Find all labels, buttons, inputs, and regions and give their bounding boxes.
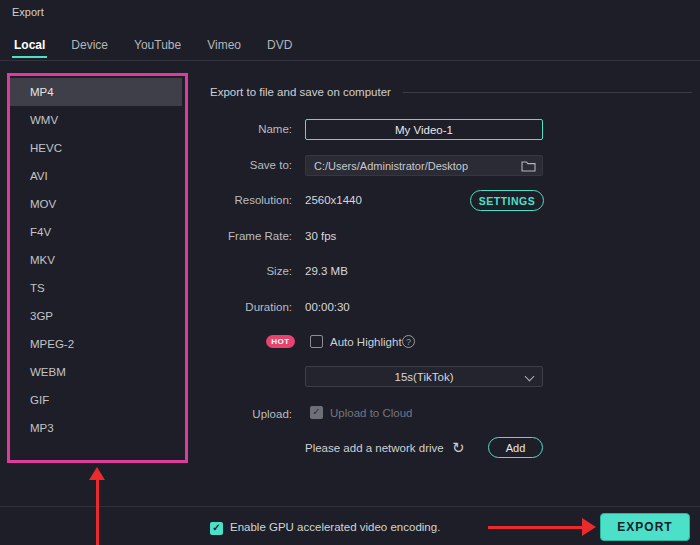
duration-preset-value: 15s(TikTok) [395,371,454,383]
size-value: 29.3 MB [305,261,348,282]
export-dialog: Export Local Device YouTube Vimeo DVD MP… [0,0,700,545]
upload-label: Upload: [210,404,292,425]
section-title: Export to file and save on computer [210,86,391,98]
frame-rate-value: 30 fps [305,226,336,247]
auto-highlight-checkbox[interactable] [310,335,323,348]
format-item-wmv[interactable]: WMV [10,106,182,134]
name-label: Name: [210,119,292,140]
section-rule [403,92,692,93]
export-tabs: Local Device YouTube Vimeo DVD [12,34,294,58]
upload-to-cloud-label: Upload to Cloud [330,406,412,420]
resolution-label: Resolution: [210,190,292,211]
chevron-down-icon [525,372,535,382]
format-item-mov[interactable]: MOV [10,190,182,218]
format-item-hevc[interactable]: HEVC [10,134,182,162]
help-icon[interactable]: ? [402,335,415,348]
save-to-path: C:/Users/Administrator/Desktop [314,160,521,172]
size-label: Size: [210,261,292,282]
auto-highlight-label: Auto Highlight [330,335,402,349]
gpu-encoding-checkbox[interactable]: ✓ [210,522,223,535]
upload-to-cloud-checkbox[interactable]: ✓ [310,406,323,419]
tabs-divider [0,60,700,61]
format-item-3gp[interactable]: 3GP [10,302,182,330]
network-drive-text: Please add a network drive [305,441,444,455]
tab-device[interactable]: Device [69,35,110,58]
hot-badge: HOT [266,335,295,348]
export-button[interactable]: EXPORT [600,513,690,541]
format-list: MP4 WMV HEVC AVI MOV F4V MKV TS 3GP MPEG… [10,78,182,442]
format-item-mkv[interactable]: MKV [10,246,182,274]
save-to-field[interactable]: C:/Users/Administrator/Desktop [305,155,543,176]
tab-vimeo[interactable]: Vimeo [205,35,243,58]
save-to-label: Save to: [210,155,292,176]
tab-youtube[interactable]: YouTube [132,35,183,58]
window-title: Export [12,6,44,18]
format-item-mp4[interactable]: MP4 [10,78,182,106]
duration-label: Duration: [210,297,292,318]
frame-rate-label: Frame Rate: [210,226,292,247]
add-network-drive-button[interactable]: Add [488,437,543,458]
format-item-ts[interactable]: TS [10,274,182,302]
duration-preset-dropdown[interactable]: 15s(TikTok) [305,366,543,387]
format-item-mpeg2[interactable]: MPEG-2 [10,330,182,358]
annotation-arrow-right [488,518,596,536]
format-item-mp3[interactable]: MP3 [10,414,182,442]
name-input[interactable] [305,119,543,140]
gpu-encoding-label: Enable GPU accelerated video encoding. [230,521,440,533]
footer-divider [0,506,700,507]
format-item-webm[interactable]: WEBM [10,358,182,386]
format-item-avi[interactable]: AVI [10,162,182,190]
refresh-icon[interactable]: ↻ [452,437,465,458]
tab-local[interactable]: Local [12,35,47,58]
format-item-gif[interactable]: GIF [10,386,182,414]
folder-icon[interactable] [521,160,536,172]
tab-dvd[interactable]: DVD [265,35,294,58]
duration-value: 00:00:30 [305,297,350,318]
settings-button[interactable]: SETTINGS [470,190,544,211]
section-header: Export to file and save on computer [210,86,692,98]
format-item-f4v[interactable]: F4V [10,218,182,246]
resolution-value: 2560x1440 [305,190,362,211]
